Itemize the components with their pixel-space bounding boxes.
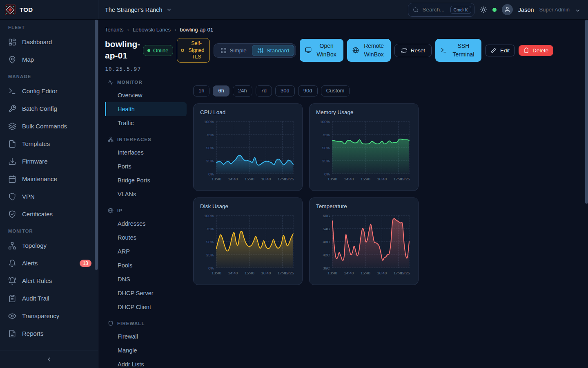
chart-plot: 0%25%50%75%100%13:4014:4015:4016:4017:40… <box>200 211 296 281</box>
device-nav-item-dns[interactable]: DNS <box>105 272 187 286</box>
svg-text:0%: 0% <box>208 265 214 270</box>
brand-name: TOD <box>20 6 33 13</box>
warning-circle-icon <box>180 48 185 52</box>
sidebar-item-label: Alert Rules <box>22 277 52 284</box>
svg-text:16:40: 16:40 <box>261 177 271 181</box>
remote-winbox-button[interactable]: Remote WinBox <box>347 39 391 62</box>
time-range-90d[interactable]: 90d <box>298 85 318 96</box>
device-nav-item-health[interactable]: Health <box>105 102 187 116</box>
device-nav-item-traffic[interactable]: Traffic <box>105 116 187 130</box>
sidebar-item-vpn[interactable]: VPN <box>0 188 98 205</box>
delete-button[interactable]: Delete <box>519 45 553 56</box>
breadcrumb: Tenants›Lebowski Lanes›bowling-ap-01 <box>105 25 581 34</box>
edit-button[interactable]: Edit <box>485 45 515 56</box>
map-pin-icon <box>8 56 16 64</box>
shield-check-icon <box>8 210 16 218</box>
device-nav-item-pools[interactable]: Pools <box>105 258 187 272</box>
sidebar-scrollbar[interactable] <box>95 20 98 270</box>
main-scrollbar[interactable] <box>585 20 588 204</box>
svg-text:100%: 100% <box>204 213 214 218</box>
theme-toggle-button[interactable] <box>480 6 487 13</box>
device-nav-item-addresses[interactable]: Addresses <box>105 217 187 231</box>
device-nav-item-addr-lists[interactable]: Addr Lists <box>105 357 187 368</box>
user-menu-button[interactable] <box>575 7 581 13</box>
svg-text:19:25: 19:25 <box>284 271 294 275</box>
terminal-icon <box>441 47 447 54</box>
sidebar-item-templates[interactable]: Templates <box>0 135 98 153</box>
app-logo-icon <box>5 4 16 15</box>
time-range-1h[interactable]: 1h <box>193 85 209 96</box>
topbar-actions: Cmd+K Jason Super Admin <box>408 3 588 17</box>
breadcrumb-link[interactable]: Tenants <box>105 27 124 33</box>
chart-title: Memory Usage <box>316 109 412 115</box>
sidebar-item-reports[interactable]: Reports <box>0 325 98 342</box>
sidebar-item-transparency[interactable]: Transparency <box>0 307 98 325</box>
open-winbox-button[interactable]: Open WinBox <box>300 39 343 62</box>
device-nav-section-monitor: MONITOROverviewHealthTraffic <box>105 78 187 130</box>
bell-icon <box>8 259 16 267</box>
device-nav-item-routes[interactable]: Routes <box>105 231 187 245</box>
mode-standard-button[interactable]: Standard <box>252 45 294 56</box>
device-nav-item-bridge-ports[interactable]: Bridge Ports <box>105 173 187 187</box>
sidebar-item-topology[interactable]: Topology <box>0 237 98 254</box>
svg-text:25%: 25% <box>206 158 214 163</box>
global-search[interactable]: Cmd+K <box>408 3 474 17</box>
refresh-icon <box>401 47 407 54</box>
shield-icon <box>108 321 114 326</box>
avatar[interactable] <box>502 4 513 15</box>
time-range-custom[interactable]: Custom <box>321 85 350 96</box>
sidebar-item-alerts[interactable]: Alerts13 <box>0 254 98 272</box>
device-nav-item-dhcp-client[interactable]: DHCP Client <box>105 300 187 314</box>
download-icon <box>8 157 16 166</box>
reset-button[interactable]: Reset <box>394 44 432 57</box>
chart-title: CPU Load <box>200 109 296 115</box>
breadcrumb-link[interactable]: Lebowski Lanes <box>133 27 171 33</box>
charts-column: 1h6h24h7d30d90dCustom CPU Load0%25%50%75… <box>193 78 419 368</box>
search-input[interactable] <box>422 6 447 13</box>
svg-text:14:40: 14:40 <box>344 271 354 275</box>
sidebar-item-alert-rules[interactable]: Alert Rules <box>0 272 98 289</box>
svg-text:19:25: 19:25 <box>284 177 294 181</box>
file-icon <box>8 140 16 148</box>
svg-text:13:40: 13:40 <box>212 271 221 275</box>
device-nav-section-header: INTERFACES <box>105 135 187 144</box>
sidebar-item-maintenance[interactable]: Maintenance <box>0 170 98 188</box>
sidebar-item-dashboard[interactable]: Dashboard <box>0 33 98 51</box>
sidebar-item-config-editor[interactable]: Config Editor <box>0 82 98 100</box>
time-range-30d[interactable]: 30d <box>275 85 295 96</box>
sidebar-nav: FLEETDashboardMapMANAGEConfig EditorBatc… <box>0 20 98 350</box>
online-dot-icon <box>147 49 150 52</box>
sidebar-collapse-button[interactable] <box>0 350 98 368</box>
mode-simple-button[interactable]: Simple <box>215 45 252 56</box>
sidebar-item-firmware[interactable]: Firmware <box>0 153 98 170</box>
sidebar-item-batch-config[interactable]: Batch Config <box>0 100 98 117</box>
device-nav-item-interfaces[interactable]: Interfaces <box>105 146 187 159</box>
device-nav-item-dhcp-server[interactable]: DHCP Server <box>105 286 187 300</box>
chart-card-temperature: Temperature36C42C48C54C60C13:4014:4015:4… <box>309 197 419 285</box>
device-nav-item-ports[interactable]: Ports <box>105 159 187 173</box>
ssh-terminal-button[interactable]: SSH Terminal <box>435 39 481 62</box>
clipboard-icon <box>8 294 16 303</box>
main-content: Tenants›Lebowski Lanes›bowling-ap-01 bow… <box>98 20 588 368</box>
device-nav-item-mangle[interactable]: Mangle <box>105 343 187 357</box>
device-nav-item-vlans[interactable]: VLANs <box>105 187 187 201</box>
device-nav-item-overview[interactable]: Overview <box>105 88 187 102</box>
time-range-6h[interactable]: 6h <box>213 85 229 96</box>
svg-text:19:25: 19:25 <box>400 271 410 275</box>
sidebar-item-map[interactable]: Map <box>0 51 98 68</box>
svg-text:15:40: 15:40 <box>361 271 370 275</box>
sidebar-item-certificates[interactable]: Certificates <box>0 205 98 223</box>
sidebar-item-bulk-commands[interactable]: Bulk Commands <box>0 117 98 135</box>
sidebar-item-audit-trail[interactable]: Audit Trail <box>0 289 98 307</box>
device-nav-item-arp[interactable]: ARP <box>105 245 187 258</box>
sidebar-item-label: Firmware <box>22 158 48 165</box>
time-range-7d[interactable]: 7d <box>256 85 272 96</box>
content-row: MONITOROverviewHealthTrafficINTERFACESIn… <box>105 78 581 368</box>
topbar: TOD The Stranger's Ranch Cmd+K Jason Sup… <box>0 0 588 20</box>
svg-text:75%: 75% <box>322 132 330 137</box>
time-range-24h[interactable]: 24h <box>233 85 252 96</box>
chart-title: Disk Usage <box>200 203 296 209</box>
svg-text:14:40: 14:40 <box>228 177 238 181</box>
device-nav-item-firewall[interactable]: Firewall <box>105 330 187 343</box>
tenant-selector[interactable]: The Stranger's Ranch <box>105 7 172 13</box>
